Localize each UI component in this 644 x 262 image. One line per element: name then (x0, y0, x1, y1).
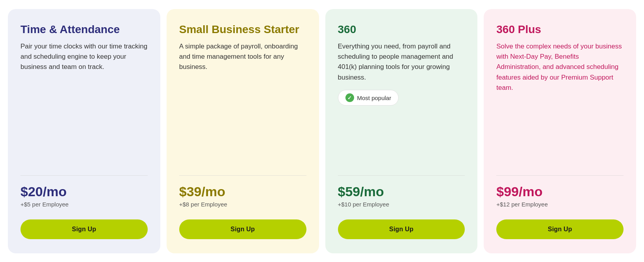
card-title: Time & Attendance (20, 23, 148, 36)
price-sub: +$5 per Employee (20, 201, 148, 208)
card-title: 360 Plus (496, 23, 624, 36)
card-description: Pair your time clocks with our time trac… (20, 41, 148, 72)
check-icon: ✓ (345, 93, 354, 102)
card-divider (179, 175, 306, 176)
card-title: 360 (338, 23, 465, 36)
card-title: Small Business Starter (179, 23, 306, 36)
card-description: Everything you need, from payroll and sc… (338, 41, 465, 83)
signup-button[interactable]: Sign Up (179, 219, 306, 239)
pricing-grid: Time & Attendance Pair your time clocks … (8, 9, 636, 253)
card-pricing: $20/mo +$5 per Employee (20, 184, 148, 216)
card-top: Time & Attendance Pair your time clocks … (20, 23, 148, 165)
card-divider (338, 175, 465, 176)
price-main: $20/mo (20, 184, 148, 199)
pricing-card-small-business: Small Business Starter A simple package … (167, 9, 319, 253)
price-main: $99/mo (496, 184, 624, 199)
card-pricing: $59/mo +$10 per Employee (338, 184, 465, 216)
signup-button[interactable]: Sign Up (20, 219, 148, 239)
pricing-card-360-plus: 360 Plus Solve the complex needs of your… (484, 9, 636, 253)
card-divider (496, 175, 624, 176)
signup-button[interactable]: Sign Up (338, 219, 465, 239)
pricing-card-time-attendance: Time & Attendance Pair your time clocks … (8, 9, 160, 253)
price-sub: +$12 per Employee (496, 201, 624, 208)
card-top: Small Business Starter A simple package … (179, 23, 306, 165)
card-top: 360 Everything you need, from payroll an… (338, 23, 465, 165)
card-divider (20, 175, 148, 176)
signup-button[interactable]: Sign Up (496, 219, 624, 239)
card-description: Solve the complex needs of your business… (496, 41, 624, 93)
price-main: $39/mo (179, 184, 306, 199)
pricing-card-360: 360 Everything you need, from payroll an… (325, 9, 478, 253)
price-sub: +$10 per Employee (338, 201, 465, 208)
card-pricing: $39/mo +$8 per Employee (179, 184, 306, 216)
card-top: 360 Plus Solve the complex needs of your… (496, 23, 624, 165)
most-popular-badge: ✓ Most popular (338, 90, 399, 106)
price-sub: +$8 per Employee (179, 201, 306, 208)
card-pricing: $99/mo +$12 per Employee (496, 184, 624, 216)
most-popular-label: Most popular (357, 95, 392, 101)
card-description: A simple package of payroll, onboarding … (179, 41, 306, 72)
price-main: $59/mo (338, 184, 465, 199)
